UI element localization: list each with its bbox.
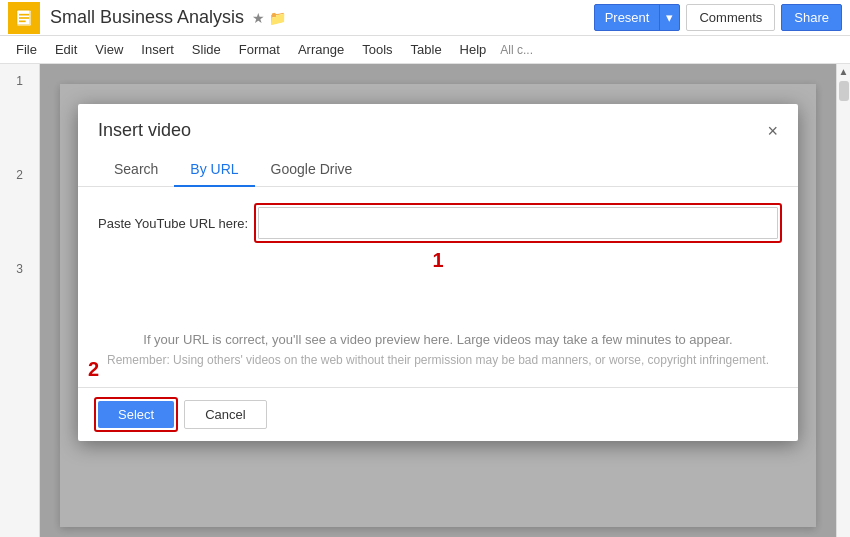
info-text-line1: If your URL is correct, you'll see a vid… [98, 332, 778, 347]
select-button[interactable]: Select [98, 401, 174, 428]
present-label: Present [595, 5, 661, 30]
slide-number-2: 2 [16, 168, 23, 182]
menu-table[interactable]: Table [403, 39, 450, 60]
scroll-thumb[interactable] [839, 81, 849, 101]
share-button[interactable]: Share [781, 4, 842, 31]
scroll-up-icon[interactable]: ▲ [839, 66, 849, 77]
cancel-button[interactable]: Cancel [184, 400, 266, 429]
star-icon[interactable]: ★ [252, 10, 265, 26]
svg-rect-3 [19, 20, 26, 22]
menu-file[interactable]: File [8, 39, 45, 60]
svg-rect-2 [19, 17, 29, 19]
menu-help[interactable]: Help [452, 39, 495, 60]
url-label: Paste YouTube URL here: [98, 216, 248, 231]
url-input[interactable] [258, 207, 778, 239]
modal-title: Insert video [98, 120, 191, 141]
tab-google-drive[interactable]: Google Drive [255, 153, 369, 187]
menu-insert[interactable]: Insert [133, 39, 182, 60]
present-dropdown-icon[interactable]: ▾ [660, 5, 679, 30]
menu-arrange[interactable]: Arrange [290, 39, 352, 60]
menu-view[interactable]: View [87, 39, 131, 60]
slide-number-1: 1 [16, 74, 23, 88]
info-text-line2: Remember: Using others' videos on the we… [98, 353, 778, 367]
modal-overlay: Insert video × Search By URL Google Driv… [40, 64, 836, 537]
annotation-number-2: 2 [88, 358, 99, 381]
menu-slide[interactable]: Slide [184, 39, 229, 60]
app-icon [8, 2, 40, 34]
tab-by-url[interactable]: By URL [174, 153, 254, 187]
modal-tabs: Search By URL Google Drive [78, 153, 798, 187]
menu-format[interactable]: Format [231, 39, 288, 60]
comments-button[interactable]: Comments [686, 4, 775, 31]
save-status: All c... [500, 43, 533, 57]
scrollbar[interactable]: ▲ [836, 64, 850, 537]
folder-icon[interactable]: 📁 [269, 10, 286, 26]
canvas-area: Insert video × Search By URL Google Driv… [40, 64, 836, 537]
present-button[interactable]: Present ▾ [594, 4, 681, 31]
slide-number-3: 3 [16, 262, 23, 276]
document-title: Small Business Analysis [50, 7, 244, 28]
insert-video-modal: Insert video × Search By URL Google Driv… [78, 104, 798, 441]
menu-edit[interactable]: Edit [47, 39, 85, 60]
modal-close-button[interactable]: × [767, 122, 778, 140]
tab-search[interactable]: Search [98, 153, 174, 187]
menu-tools[interactable]: Tools [354, 39, 400, 60]
select-button-wrapper: Select [98, 401, 174, 428]
menu-bar: File Edit View Insert Slide Format Arran… [0, 36, 850, 64]
svg-rect-1 [19, 13, 29, 15]
slide-panel: 1 2 3 [0, 64, 40, 537]
annotation-number-1: 1 [98, 249, 778, 272]
